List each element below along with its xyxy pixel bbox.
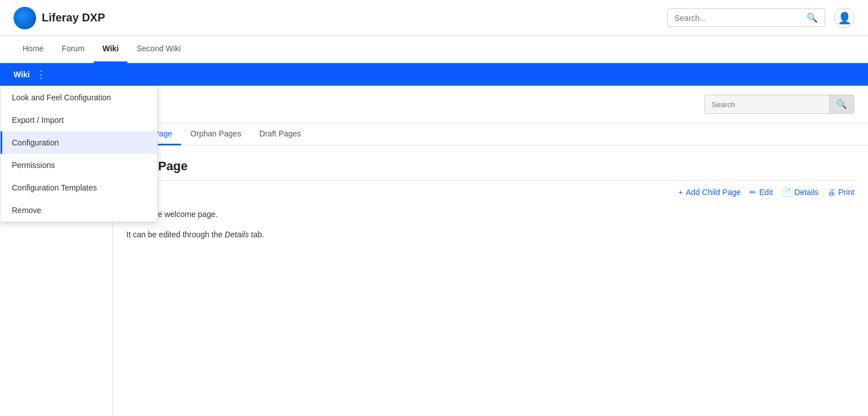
dropdown-remove[interactable]: Remove <box>1 199 157 222</box>
nav-wiki[interactable]: Wiki <box>94 36 128 63</box>
dropdown-configuration[interactable]: Configuration <box>1 131 157 154</box>
page-title: FrontPage <box>126 159 854 174</box>
page-body: This is the welcome page. It can be edit… <box>126 208 854 242</box>
page-body-line1: This is the welcome page. <box>126 208 854 222</box>
page-body-line2-prefix: It can be edited through the <box>126 230 224 239</box>
edit-label: Edit <box>759 188 773 197</box>
content-search-box[interactable]: 🔍 <box>704 95 854 114</box>
add-child-page-icon: + <box>678 188 683 197</box>
dropdown-configuration-templates[interactable]: Configuration Templates <box>1 176 157 199</box>
nav-second-wiki[interactable]: Second Wiki <box>127 36 190 63</box>
content-search-button[interactable]: 🔍 <box>829 95 854 113</box>
tabs-row: FrontPage Orphan Pages Draft Pages <box>113 123 868 145</box>
print-label: Print <box>838 188 854 197</box>
details-icon: 📄 <box>782 188 791 197</box>
edit-button[interactable]: ✏ Edit <box>750 188 773 197</box>
page-actions: + Add Child Page ✏ Edit 📄 Details 🖨 Prin… <box>126 188 854 197</box>
header-search-input[interactable] <box>675 14 807 23</box>
content-header: 🔍 <box>113 86 868 123</box>
liferay-logo <box>14 7 36 29</box>
header-search-icon[interactable]: 🔍 <box>807 12 818 23</box>
wiki-bar-title: Wiki <box>14 70 30 79</box>
logo-area: Liferay DXP <box>14 7 667 29</box>
page-body-line2-italic: Details <box>224 230 249 239</box>
nav-forum[interactable]: Forum <box>52 36 93 63</box>
header: Liferay DXP 🔍 👤 <box>0 0 868 36</box>
user-avatar[interactable]: 👤 <box>834 8 854 28</box>
header-search-box[interactable]: 🔍 <box>667 8 825 27</box>
top-nav: Home Forum Wiki Second Wiki <box>0 36 868 63</box>
wiki-dropdown-menu: Look and Feel Configuration Export / Imp… <box>0 86 158 222</box>
print-icon: 🖨 <box>827 188 835 197</box>
user-icon: 👤 <box>838 11 852 25</box>
app-title: Liferay DXP <box>42 11 105 24</box>
main-content: 🔍 FrontPage Orphan Pages Draft Pages Fro… <box>113 86 868 416</box>
page-body-line2: It can be edited through the Details tab… <box>126 228 854 242</box>
dropdown-look-and-feel[interactable]: Look and Feel Configuration <box>1 86 157 109</box>
dropdown-permissions[interactable]: Permissions <box>1 154 157 176</box>
edit-icon: ✏ <box>750 188 756 197</box>
dropdown-export-import[interactable]: Export / Import <box>1 109 157 131</box>
details-button[interactable]: 📄 Details <box>782 188 818 197</box>
nav-home[interactable]: Home <box>14 36 52 63</box>
wiki-options-button[interactable]: ⋮ <box>34 68 48 81</box>
tab-orphan-pages[interactable]: Orphan Pages <box>181 123 250 145</box>
wiki-bar: Wiki ⋮ Look and Feel Configuration Expor… <box>0 63 868 86</box>
add-child-page-button[interactable]: + Add Child Page <box>678 188 741 197</box>
add-child-page-label: Add Child Page <box>686 188 741 197</box>
page-body-line2-suffix: tab. <box>249 230 264 239</box>
page-content: FrontPage + Add Child Page ✏ Edit 📄 Deta… <box>113 145 868 262</box>
page-title-divider <box>126 180 854 181</box>
content-search-input[interactable] <box>705 96 829 113</box>
print-button[interactable]: 🖨 Print <box>827 188 854 197</box>
details-label: Details <box>794 188 818 197</box>
tab-draft-pages[interactable]: Draft Pages <box>250 123 310 145</box>
